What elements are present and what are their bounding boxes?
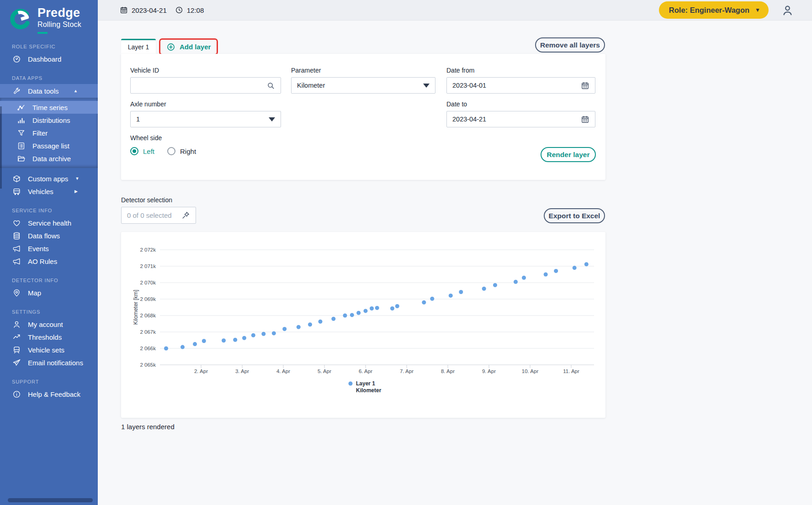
sidebar-item-data-archive[interactable]: Data archive (0, 152, 98, 165)
sidebar-vertical-scrollbar[interactable] (0, 106, 2, 189)
y-axis-title: Kilometer [km] (133, 290, 139, 325)
sidebar-item-help-feedback[interactable]: Help & Feedback (0, 388, 98, 400)
data-point[interactable] (554, 269, 558, 273)
data-point[interactable] (514, 280, 518, 284)
sidebar-item-service-health[interactable]: Service health (0, 216, 98, 229)
data-point[interactable] (308, 322, 312, 326)
detector-selection-dropdown[interactable]: 0 of 0 selected (121, 207, 196, 224)
data-point[interactable] (482, 287, 486, 291)
x-tick-label: 9. Apr (482, 368, 496, 374)
sidebar-item-data-flows[interactable]: Data flows (0, 229, 98, 242)
data-point[interactable] (164, 347, 168, 351)
data-point[interactable] (272, 331, 276, 335)
data-point[interactable] (331, 317, 335, 321)
nav-section-title: ROLE SPECIFIC (12, 44, 98, 49)
data-point[interactable] (430, 297, 434, 301)
export-to-excel-button[interactable]: Export to Excel (544, 208, 605, 223)
x-tick-label: 7. Apr (400, 368, 414, 374)
data-point[interactable] (202, 339, 206, 343)
main-content: Layer 1 Add layer Remove all layers Vehi… (98, 20, 812, 505)
wheel-side-radio-left[interactable]: Left (130, 147, 154, 155)
filter-icon (17, 129, 26, 137)
vehicle-id-field: Vehicle ID (130, 67, 281, 94)
sidebar-item-data-tools[interactable]: Data tools▲ (0, 84, 98, 98)
sidebar-item-map[interactable]: Map (0, 286, 98, 299)
data-point[interactable] (356, 311, 361, 315)
paper-plane-icon (12, 358, 21, 367)
data-point[interactable] (573, 266, 577, 270)
data-point[interactable] (584, 262, 589, 266)
sidebar-item-time-series[interactable]: Time series (0, 101, 98, 114)
date-from-input[interactable] (452, 82, 581, 89)
chart-legend[interactable]: Layer 1Kilometer (349, 380, 382, 394)
data-point[interactable] (193, 342, 197, 346)
y-tick-label: 2 068k (140, 313, 156, 318)
chevron-down-icon: ▼ (75, 177, 79, 181)
data-point[interactable] (493, 283, 497, 287)
sidebar-item-email-notifications[interactable]: Email notifications (0, 356, 98, 369)
role-selector-button[interactable]: Role: Engineer-Wagon ▼ (659, 1, 769, 19)
render-layer-button[interactable]: Render layer (541, 147, 596, 162)
user-account-button[interactable] (781, 4, 794, 16)
data-point[interactable] (449, 294, 453, 298)
vehicle-id-input[interactable] (136, 82, 266, 89)
data-point[interactable] (233, 338, 237, 342)
x-tick-label: 2. Apr (194, 368, 208, 374)
sidebar-item-passage-list[interactable]: Passage list (0, 139, 98, 152)
data-point[interactable] (242, 336, 246, 340)
sidebar-item-thresholds[interactable]: Thresholds (0, 331, 98, 343)
remove-all-layers-button[interactable]: Remove all layers (535, 37, 605, 53)
sidebar-item-label: Email notifications (28, 359, 83, 367)
current-date: 2023-04-21 (132, 6, 167, 14)
data-point[interactable] (350, 313, 354, 317)
tab-layer-1[interactable]: Layer 1 (121, 39, 156, 54)
sidebar-horizontal-scrollbar[interactable] (8, 498, 93, 502)
wheel-side-radio-right[interactable]: Right (167, 147, 196, 155)
sidebar-item-vehicles[interactable]: Vehicles▶ (0, 185, 98, 198)
x-tick-label: 11. Apr (563, 368, 579, 374)
data-point[interactable] (251, 333, 255, 337)
sidebar-item-label: AO Rules (28, 258, 57, 265)
data-point[interactable] (297, 325, 301, 329)
data-point[interactable] (544, 273, 548, 277)
data-point[interactable] (343, 314, 347, 318)
sidebar-item-label: Service health (28, 219, 71, 227)
data-point[interactable] (422, 300, 426, 305)
sidebar-item-my-account[interactable]: My account (0, 318, 98, 331)
data-point[interactable] (261, 332, 265, 336)
date-to-input[interactable] (452, 116, 581, 123)
data-point[interactable] (222, 338, 226, 342)
sidebar-item-label: Vehicles (28, 188, 53, 195)
data-point[interactable] (180, 345, 185, 349)
sidebar-item-label: My account (28, 321, 63, 328)
layers-rendered-status: 1 layers rendered (121, 423, 175, 431)
sidebar-item-filter[interactable]: Filter (0, 126, 98, 139)
data-point[interactable] (459, 290, 463, 294)
vehicle-id-label: Vehicle ID (130, 67, 281, 74)
sidebar-item-custom-apps[interactable]: Custom apps▼ (0, 172, 98, 185)
axle-number-select[interactable]: 1 (130, 111, 281, 127)
calendar-icon (120, 6, 128, 14)
x-tick-label: 4. Apr (276, 368, 290, 374)
data-point[interactable] (375, 306, 379, 310)
sidebar-item-events[interactable]: Events (0, 242, 98, 255)
data-point[interactable] (364, 309, 368, 313)
sidebar-item-dashboard[interactable]: Dashboard (0, 53, 98, 65)
legend-line-2: Kilometer (356, 387, 382, 394)
data-point[interactable] (318, 320, 323, 324)
data-point[interactable] (390, 306, 394, 310)
caret-down-icon (269, 117, 275, 121)
sidebar-item-vehicle-sets[interactable]: Vehicle sets (0, 343, 98, 356)
data-point[interactable] (282, 327, 287, 331)
parameter-field: Parameter Kilometer (291, 67, 435, 94)
info-icon (12, 390, 21, 399)
data-point[interactable] (370, 306, 374, 310)
sidebar-item-distributions[interactable]: Distributions (0, 114, 98, 126)
data-point[interactable] (395, 304, 399, 308)
data-point[interactable] (522, 276, 526, 280)
sidebar-item-label: Data tools (28, 87, 59, 95)
parameter-select[interactable]: Kilometer (291, 77, 435, 94)
sidebar-item-ao-rules[interactable]: AO Rules (0, 255, 98, 268)
add-layer-button[interactable]: Add layer (160, 40, 217, 54)
date-from-label: Date from (446, 67, 595, 74)
